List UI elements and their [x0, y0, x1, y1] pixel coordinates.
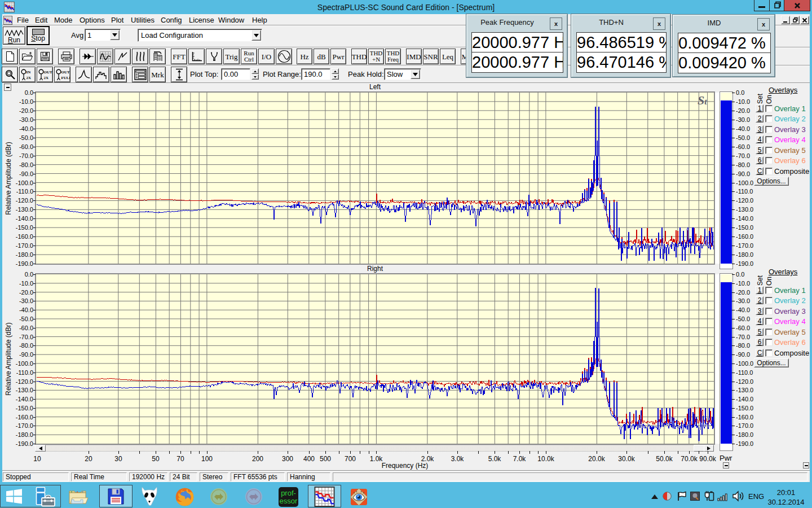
svg-text:IN: IN [26, 70, 30, 75]
svg-text:2X: 2X [43, 76, 48, 80]
svg-text:OUT: OUT [61, 70, 70, 75]
svg-text:2X: 2X [26, 76, 31, 80]
svg-text:FULL: FULL [61, 76, 70, 80]
svg-text:OUT: OUT [43, 70, 52, 75]
